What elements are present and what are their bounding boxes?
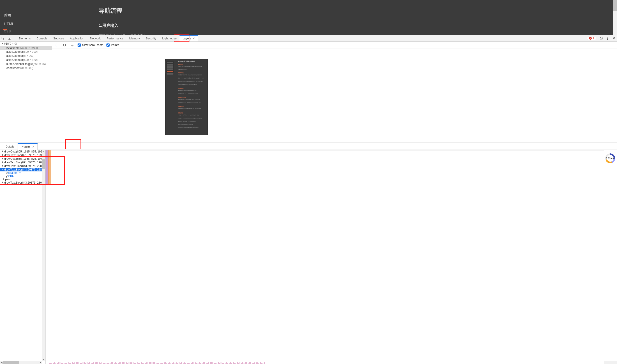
list-item[interactable]: drawOval(865, 1966, 875, 1976, (0, 157, 42, 161)
inspect-icon[interactable] (0, 37, 6, 40)
paint-command-list[interactable]: drawOval(865, 1915, 875, 1925, drawTextB… (0, 150, 46, 364)
layer-3d-view[interactable]: 输入URL 浏览器是如何响应 导航流程 匹配用户输入的是url还是搜索内容 如果… (52, 48, 617, 142)
scroll-up-icon[interactable]: ▲ (42, 150, 45, 153)
flame-bar[interactable] (46, 150, 48, 185)
prop-val: 843.59375 (8, 171, 21, 175)
list-item[interactable]: drawTextBlob(843.59375, 2305, (0, 181, 42, 184)
tab-security[interactable]: Security (143, 35, 159, 41)
time-ring: 7.33 ms (605, 153, 615, 163)
tree-item[interactable]: aside.sidebar(8 × 300) (0, 54, 52, 58)
tree-item-name: button.sidebar-toggle (6, 62, 33, 65)
scrollbar-thumb[interactable] (3, 361, 19, 364)
hamburger-icon[interactable] (3, 27, 7, 32)
thumb-title: 输入URL 浏览器是如何响应 (178, 60, 195, 62)
thumb-text: 如果是301/302 从location中拿到地址重新发起导航 (178, 93, 206, 95)
error-dot-icon: ✕ (589, 37, 592, 40)
caret-right-icon[interactable] (2, 158, 3, 159)
list-item[interactable]: drawTextBlob(891.59375, 1981, (0, 161, 42, 164)
slow-scroll-input[interactable] (78, 43, 81, 47)
rotate-icon[interactable] (62, 43, 67, 47)
thumb-heading: 3.读取响应 (178, 88, 184, 89)
device-toggle-icon[interactable] (6, 37, 13, 40)
scroll-right-icon[interactable]: ▶ (39, 361, 42, 364)
scroll-down-icon[interactable]: ▼ (42, 358, 45, 361)
tree-item-dim: (568 × 76) (33, 62, 46, 65)
slow-scroll-label: Slow scroll rects (82, 43, 103, 47)
layer-details-panel: Details Profiler ✕ drawOval(865, 1915, 8… (0, 143, 617, 364)
horizontal-scrollbar[interactable]: ◀ ▶ (0, 361, 42, 364)
tab-layers[interactable]: Layers ✕ (179, 35, 198, 41)
paints-checkbox[interactable]: Paints (107, 43, 119, 47)
flame-bar[interactable] (48, 150, 49, 185)
list-item[interactable]: drawOval(865, 1915, 875, 1925, (0, 150, 42, 153)
slow-scroll-checkbox[interactable]: Slow scroll rects (78, 43, 103, 47)
caret-right-icon[interactable] (2, 165, 3, 167)
thumb-text: 3.布局阶段 创建布局树 计算元素的布局信息 (178, 121, 206, 122)
tab-details[interactable]: Details (2, 143, 18, 150)
flame-bar[interactable] (49, 150, 51, 185)
page-h3: 1.用户输入 (99, 23, 153, 28)
tree-item[interactable]: aside.sidebar(590 × 820) (0, 58, 52, 62)
caret-down-icon[interactable] (2, 169, 4, 170)
list-item-selected[interactable]: drawTextBlob(843.59375, 2182, (0, 168, 42, 171)
flame-lane (46, 150, 617, 185)
tree-item-dim: (8 × 300) (23, 54, 34, 57)
tree-item-name: aside.sidebar (6, 50, 23, 53)
cmd-text: drawTextBlob(843.59375, 2083, (4, 164, 42, 168)
close-devtools-icon[interactable]: ✕ (611, 36, 617, 40)
cmd-property[interactable]: paint: (0, 178, 42, 181)
cmd-text: drawTextBlob(843.59375, 2182, (4, 168, 42, 171)
caret-down-icon[interactable] (2, 43, 4, 44)
tree-root-dim: (0 × 0) (9, 42, 17, 45)
tab-performance[interactable]: Performance (104, 35, 126, 41)
time-value: 7.33 ms (606, 157, 615, 160)
close-icon[interactable]: ✕ (192, 37, 195, 40)
reset-view-icon[interactable] (70, 43, 74, 47)
pan-icon[interactable] (55, 43, 59, 47)
vertical-scrollbar[interactable]: ▲ ▼ (42, 150, 45, 361)
tab-sources[interactable]: Sources (50, 35, 67, 41)
error-count-badge[interactable]: ✕ 1 (587, 36, 596, 40)
paints-input[interactable] (107, 43, 110, 47)
close-icon[interactable]: ✕ (32, 145, 35, 148)
tab-application[interactable]: Application (67, 35, 87, 41)
caret-right-icon[interactable] (3, 178, 4, 180)
thumb-text: 浏览器进程发送提交文档消息给渲染进程 渲染进程接收后 (178, 108, 206, 109)
caret-right-icon[interactable] (2, 161, 3, 163)
list-item[interactable]: drawTextBlob(891.59375, 1930, (0, 153, 42, 157)
tab-lighthouse[interactable]: Lighthouse (159, 35, 179, 41)
list-item[interactable]: drawTextBlob(843.59375, 2083, (0, 164, 42, 168)
timeline-minimap[interactable] (46, 361, 604, 364)
tree-root[interactable]: #38(0 × 0) (0, 42, 52, 46)
tree-item[interactable]: aside.sidebar(600 × 300) (0, 50, 52, 54)
page-sidebar-nav: 首页 HTML (4, 11, 14, 28)
svg-point-6 (607, 39, 608, 40)
cmd-text: drawOval(865, 1966, 875, 1976, (4, 157, 42, 160)
caret-right-icon[interactable] (2, 182, 3, 183)
kebab-icon[interactable] (604, 37, 611, 40)
layers-toolbar: Slow scroll rects Paints (52, 42, 617, 48)
tab-network[interactable]: Network (87, 35, 104, 41)
profiler-timeline[interactable]: 7.33 ms (46, 150, 617, 364)
tab-elements[interactable]: Elements (15, 35, 34, 41)
nav-home[interactable]: 首页 (4, 11, 14, 20)
gear-icon[interactable] (598, 37, 604, 40)
tree-item[interactable]: #document(34 × 300) (0, 66, 52, 70)
scroll-left-icon[interactable]: ◀ (0, 361, 3, 364)
layer-tree[interactable]: #38(0 × 0) #document(2736 × 4983) aside.… (0, 42, 52, 142)
tab-memory[interactable]: Memory (126, 35, 143, 41)
prop-key: paint: (5, 178, 12, 181)
tab-console[interactable]: Console (34, 35, 50, 41)
tree-item[interactable]: #document(2736 × 4983) (0, 46, 52, 50)
thumb-text: 发起http请求 首先判断本地是否有缓存资源 首先要进行DNS解析 (178, 78, 206, 79)
caret-right-icon[interactable] (2, 150, 3, 152)
tab-profiler[interactable]: Profiler ✕ (18, 143, 38, 150)
tree-item[interactable]: button.sidebar-toggle(568 × 76) (0, 62, 52, 66)
cmd-text: drawOval(865, 1915, 875, 1925, (4, 150, 42, 153)
page-scrollbar-thumb[interactable] (613, 0, 617, 11)
devtools-tabbar: Elements Console Sources Application Net… (0, 35, 617, 42)
scrollbar-thumb[interactable] (42, 159, 45, 169)
bottom-tabbar: Details Profiler ✕ (0, 143, 617, 150)
layer-thumbnail[interactable]: 输入URL 浏览器是如何响应 导航流程 匹配用户输入的是url还是搜索内容 如果… (165, 59, 207, 135)
caret-right-icon[interactable] (2, 154, 3, 156)
